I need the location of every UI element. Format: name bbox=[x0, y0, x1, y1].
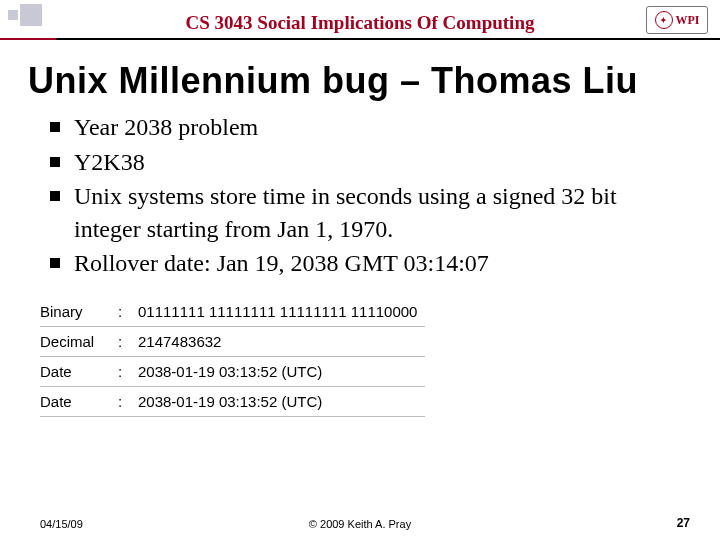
accent-bar bbox=[0, 38, 56, 40]
slide-header: CS 3043 Social Implications Of Computing… bbox=[0, 0, 720, 40]
row-value: 2147483632 bbox=[138, 327, 425, 357]
row-label: Date bbox=[40, 387, 118, 417]
table-row: Date : 2038-01-19 03:13:52 (UTC) bbox=[40, 387, 425, 417]
wpi-seal-icon: ✦ bbox=[655, 11, 673, 29]
list-item: Unix systems store time in seconds using… bbox=[50, 180, 680, 245]
wpi-logo-text: WPI bbox=[676, 13, 700, 28]
bullet-icon bbox=[50, 258, 60, 268]
bullet-text: Rollover date: Jan 19, 2038 GMT 03:14:07 bbox=[74, 247, 680, 279]
table-row: Decimal : 2147483632 bbox=[40, 327, 425, 357]
row-sep: : bbox=[118, 357, 138, 387]
row-sep: : bbox=[118, 387, 138, 417]
decor-square bbox=[20, 4, 42, 26]
bullet-text: Y2K38 bbox=[74, 146, 680, 178]
bullet-text: Year 2038 problem bbox=[74, 111, 680, 143]
bullet-icon bbox=[50, 191, 60, 201]
bullet-icon bbox=[50, 157, 60, 167]
row-sep: : bbox=[118, 327, 138, 357]
row-value: 01111111 11111111 11111111 11110000 bbox=[138, 297, 425, 327]
bullet-list: Year 2038 problem Y2K38 Unix systems sto… bbox=[50, 111, 680, 279]
bullet-icon bbox=[50, 122, 60, 132]
row-label: Binary bbox=[40, 297, 118, 327]
list-item: Year 2038 problem bbox=[50, 111, 680, 143]
table-row: Date : 2038-01-19 03:13:52 (UTC) bbox=[40, 357, 425, 387]
page-number: 27 bbox=[677, 516, 690, 530]
header-decoration bbox=[8, 4, 42, 26]
footer-date: 04/15/09 bbox=[40, 518, 83, 530]
footer-copyright: © 2009 Keith A. Pray bbox=[309, 518, 411, 530]
course-title: CS 3043 Social Implications Of Computing bbox=[186, 12, 535, 34]
decor-square bbox=[8, 10, 18, 20]
row-sep: : bbox=[118, 297, 138, 327]
time-representation-table: Binary : 01111111 11111111 11111111 1111… bbox=[40, 297, 425, 417]
wpi-logo: ✦ WPI bbox=[646, 6, 708, 34]
list-item: Y2K38 bbox=[50, 146, 680, 178]
row-label: Decimal bbox=[40, 327, 118, 357]
table-row: Binary : 01111111 11111111 11111111 1111… bbox=[40, 297, 425, 327]
slide-title: Unix Millennium bug – Thomas Liu bbox=[28, 60, 692, 101]
bullet-text: Unix systems store time in seconds using… bbox=[74, 180, 680, 245]
list-item: Rollover date: Jan 19, 2038 GMT 03:14:07 bbox=[50, 247, 680, 279]
row-value: 2038-01-19 03:13:52 (UTC) bbox=[138, 357, 425, 387]
row-value: 2038-01-19 03:13:52 (UTC) bbox=[138, 387, 425, 417]
row-label: Date bbox=[40, 357, 118, 387]
